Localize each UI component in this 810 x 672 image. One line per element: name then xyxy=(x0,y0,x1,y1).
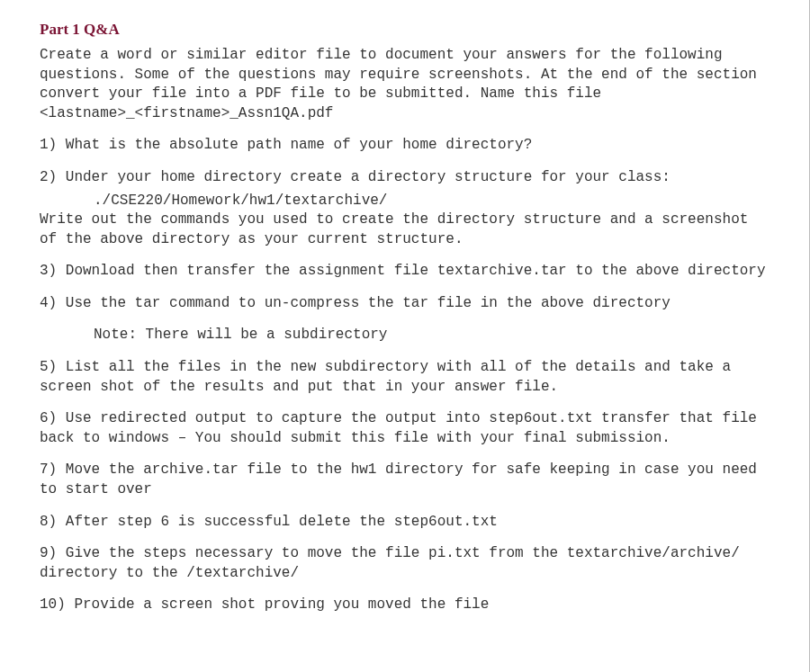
question-3: 3) Download then transfer the assignment… xyxy=(40,262,770,282)
question-2-path: ./CSE220/Homework/hw1/textarchive/ xyxy=(40,192,770,211)
question-9: 9) Give the steps necessary to move the … xyxy=(40,544,770,583)
question-2: 2) Under your home directory create a di… xyxy=(40,168,770,188)
document-page: Part 1 Q&A Create a word or similar edit… xyxy=(0,0,810,672)
question-2-after: Write out the commands you used to creat… xyxy=(40,211,770,249)
question-1: 1) What is the absolute path name of you… xyxy=(40,136,770,156)
question-10: 10) Provide a screen shot proving you mo… xyxy=(40,596,770,615)
question-8: 8) After step 6 is successful delete the… xyxy=(40,513,770,533)
question-7: 7) Move the archive.tar file to the hw1 … xyxy=(40,461,770,499)
question-4: 4) Use the tar command to un-compress th… xyxy=(40,294,770,314)
question-4-note: Note: There will be a subdirectory xyxy=(40,326,770,345)
question-6: 6) Use redirected output to capture the … xyxy=(40,409,770,448)
question-5: 5) List all the files in the new subdire… xyxy=(40,358,770,397)
intro-paragraph: Create a word or similar editor file to … xyxy=(40,46,770,123)
section-title: Part 1 Q&A xyxy=(40,0,770,40)
